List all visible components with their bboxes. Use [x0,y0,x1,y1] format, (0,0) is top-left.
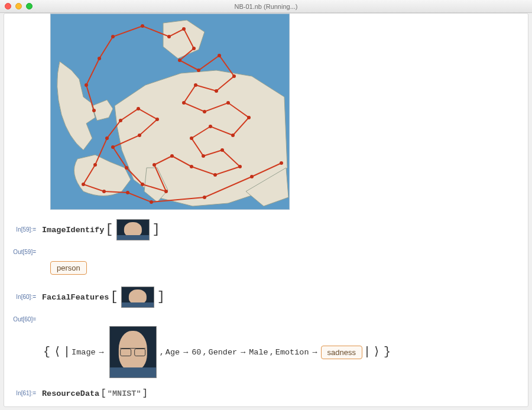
svg-point-44 [280,161,283,165]
map-output [50,14,528,210]
rangle: ⟩ [372,346,381,358]
code-line[interactable]: ImageIdentify [ ] [38,218,528,242]
svg-point-21 [202,154,205,158]
window-controls [5,3,33,9]
out-label: Out[59]= [4,245,38,255]
map-svg [51,14,290,210]
svg-point-36 [105,136,109,140]
svg-point-41 [150,200,153,204]
svg-point-34 [137,107,140,110]
arrow-icon: → [181,348,190,357]
out-label: Out[60]= [4,313,38,323]
fn-name: ResourceData [42,389,99,398]
svg-point-24 [213,173,217,177]
svg-point-38 [82,183,85,186]
svg-point-26 [170,154,174,158]
lbrace: { [42,346,51,358]
svg-point-8 [178,58,181,62]
svg-point-11 [232,74,236,78]
open-bracket: [ [104,223,114,236]
svg-point-6 [182,27,186,31]
face-image [109,326,157,378]
out-60-value: { ⟨ | Image → , Age → 60 , Gender → Male… [42,326,528,378]
svg-point-23 [238,165,242,168]
image-thumbnail [121,287,154,308]
in-label: In[59]:= [4,218,38,233]
key-gender: Gender [209,348,238,357]
arrow-icon: → [97,348,106,357]
out-content [38,245,528,248]
svg-point-30 [125,166,128,170]
svg-point-5 [167,35,171,38]
out-content [38,313,528,315]
code-line[interactable]: FacialFeatures [ ] [38,285,528,309]
svg-point-10 [218,54,221,57]
rbrace: } [382,346,392,358]
svg-point-9 [197,69,200,72]
arrow-icon: → [238,348,248,357]
val-gender: Male [249,348,268,357]
key-image: Image [72,348,96,357]
svg-point-22 [220,148,224,152]
svg-point-39 [102,190,106,193]
cell-out-60: Out[60]= [4,313,528,323]
key-age: Age [166,348,180,357]
svg-point-35 [119,119,122,122]
svg-point-27 [153,163,156,167]
cell-in-61[interactable]: In[61]:= ResourceData["MNIST"] [4,388,528,399]
entity-tag[interactable]: person [50,261,87,275]
code-line[interactable]: ResourceData["MNIST"] [38,388,528,399]
svg-point-18 [231,134,235,137]
pipe: | [364,346,371,358]
svg-point-42 [203,196,206,199]
svg-point-19 [209,125,212,128]
close-bracket: ] [156,291,166,304]
fn-name: ImageIdentify [42,226,104,235]
val-age: 60 [192,348,201,357]
cell-in-59[interactable]: In[59]:= ImageIdentify [ ] [4,218,528,242]
in-label: In[60]:= [4,285,38,300]
langle: ⟨ [53,346,62,358]
europe-map [50,14,290,210]
comma: , [160,348,164,357]
out-59-value: person [50,261,528,275]
entity-tag[interactable]: sadness [321,346,362,359]
image-thumbnail [116,219,150,240]
pipe: | [63,346,70,358]
comma: , [202,348,207,357]
svg-point-29 [141,183,144,186]
cell-in-60[interactable]: In[60]:= FacialFeatures [ ] [4,285,528,309]
svg-point-0 [92,109,96,112]
svg-point-40 [126,191,129,194]
svg-point-15 [203,110,206,113]
close-bracket: ] [151,223,161,236]
titlebar: NB-01.nb (Running...) [0,0,532,13]
in-label: In[61]:= [4,388,38,396]
svg-point-20 [190,136,193,140]
svg-point-28 [164,190,168,193]
cell-out-59: Out[59]= [4,245,528,255]
svg-point-32 [138,134,141,137]
open-bracket: [ [99,389,108,398]
close-icon[interactable] [5,3,11,9]
svg-point-3 [111,35,115,38]
svg-point-16 [226,101,230,105]
svg-point-14 [182,101,186,105]
notebook[interactable]: In[59]:= ImageIdentify [ ] Out[59]= pers… [4,13,528,407]
zoom-icon[interactable] [26,3,33,9]
svg-point-7 [192,47,196,50]
svg-point-2 [98,57,101,60]
open-bracket: [ [109,291,119,304]
association: { ⟨ | Image → , Age → 60 , Gender → Male… [42,326,528,378]
close-bracket: ] [141,389,150,398]
svg-point-31 [111,145,115,149]
arrow-icon: → [310,348,320,357]
svg-point-37 [93,163,97,167]
minimize-icon[interactable] [15,3,22,9]
svg-point-17 [247,116,251,119]
svg-point-25 [190,165,193,168]
window-title: NB-01.nb (Running...) [0,3,532,10]
key-emotion: Emotion [275,348,309,357]
comma: , [270,348,274,357]
svg-point-1 [85,83,88,87]
